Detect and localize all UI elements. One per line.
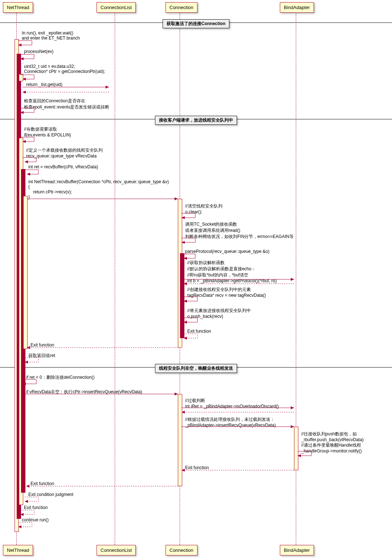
- msg-get-ret: 获取返回值ret: [28, 353, 55, 359]
- msg-overload: //过载判断 int iRet = _pBindAdapter->isOverl…: [185, 398, 279, 409]
- msg-exit-insert: Exit function: [30, 481, 54, 486]
- msg-oclear: //清空线程安全队列 o.clear();: [185, 203, 222, 214]
- msg-epollin: //有数据需要读取 if(ev.events & EPOLLIN): [24, 126, 71, 138]
- msg-insertrecvqueue2: //根据过载情况处理接收队列，未过载则发送： _pBindAdapter->in…: [185, 417, 276, 428]
- participant-netthread-top: NetThread: [3, 2, 33, 13]
- act-nt-3: [19, 74, 23, 81]
- msg-exit-cond: Exit condition judgment: [28, 492, 73, 497]
- msg-continue-run: continue run(): [22, 517, 49, 522]
- msg-recvbuffer: int ret = recvBuffer(cPtr, vRecvData): [28, 164, 98, 169]
- msg-check-conn: 检查返回的Connection是否存在 检查epoll_event::event…: [24, 98, 109, 110]
- msg-processnet: processNet(ev): [24, 49, 53, 54]
- participant-bindadapter-bot: BindAdapter: [280, 545, 314, 555]
- participant-bindadapter-top: BindAdapter: [280, 2, 314, 13]
- participant-connectionlist-bot: ConnectionList: [97, 545, 136, 555]
- msg-recvbuffer-body: int NetThread::recvBuffer(Connection *cP…: [28, 179, 169, 200]
- msg-vrecvdata: //定义一个承载接收数据的线程安全队列 recv_queue::queue_ty…: [26, 147, 103, 159]
- participant-netthread-bot: NetThread: [3, 545, 33, 555]
- divider-3: 线程安全队列非空，唤醒业务线程发送: [155, 364, 237, 373]
- msg-run-epoller: In run(), exit _epoller.wait() and enter…: [22, 30, 80, 41]
- participant-connection-bot: Connection: [166, 545, 197, 555]
- msg-exit-recv: Exit function: [30, 342, 54, 348]
- msg-delconn: if ret < 0：删除连接delConnection(): [26, 374, 94, 381]
- participant-connectionlist-top: ConnectionList: [97, 2, 136, 13]
- msg-rbuffer: //往接收队列push数据包，如 _rbuffer.push_back(vtRe…: [301, 431, 364, 454]
- lifeline-connectionlist: [115, 13, 115, 545]
- divider-1: 获取激活了的连接Connection: [163, 19, 229, 28]
- msg-exit-processnet: Exit function: [24, 505, 48, 510]
- msg-tcsocket: 调用TC_Socket的接收函数 或者直接调用系统调用read() 判断各种网络…: [185, 221, 294, 240]
- msg-parseprotocol: parseProtocol(recv_queue::queue_type &o): [185, 249, 269, 254]
- sequence-diagram: NetThread ConnectionList Connection Bind…: [0, 0, 392, 558]
- act-cn-2: [180, 253, 184, 338]
- msg-pushback: //将元素放进接收线程安全队列中 o.push_back(recv): [187, 308, 251, 319]
- msg-list-get: return _list.get(uid): [26, 82, 62, 87]
- msg-exit-ba: Exit function: [185, 465, 209, 470]
- msg-getprotocol: //获取协议解析函数 //默认的协议解析函数是直接echo： //即ro获取*b…: [187, 260, 277, 283]
- msg-insertrecvqueue: if vRecvData非空：执行cPtr->insertRecvQueue(v…: [26, 389, 142, 395]
- participant-connection-top: Connection: [166, 2, 197, 13]
- act-cn-3: [178, 394, 182, 486]
- msg-uid: uint32_t uid = ev.data.u32; Connection* …: [24, 64, 105, 74]
- act-ba-1: [294, 427, 298, 470]
- divider-2: 接收客户端请求，放进线程安全队列中: [155, 116, 237, 125]
- msg-tagrecvdata: //创建接收线程安全队列中的元素 tagRecvData* recv = new…: [187, 287, 266, 298]
- msg-exit-parse: Exit function: [187, 329, 211, 334]
- act-nt-6: [23, 196, 28, 349]
